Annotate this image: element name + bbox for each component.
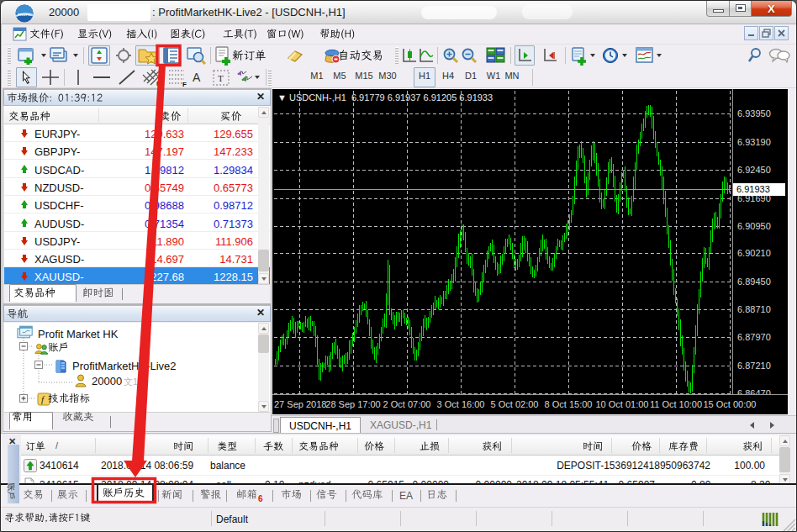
svg-text:PROFIT: PROFIT bbox=[18, 13, 31, 17]
svg-text:F: F bbox=[182, 81, 187, 87]
svg-text:T: T bbox=[218, 73, 224, 83]
svg-text:E: E bbox=[156, 80, 161, 87]
